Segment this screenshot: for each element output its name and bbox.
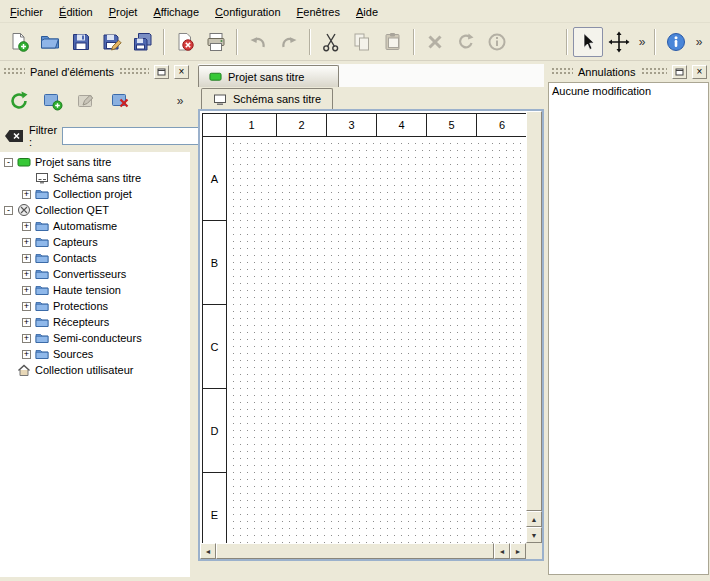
undo-dock-titlebar[interactable]: Annulations × (548, 62, 710, 81)
expander-icon[interactable]: - (4, 158, 13, 167)
select-tool-button[interactable] (573, 27, 603, 57)
tab-schema-sans-titre[interactable]: Schéma sans titre (201, 88, 333, 109)
menu-projet[interactable]: Projet (101, 2, 146, 21)
tree-item-schema[interactable]: Schéma sans titre (0, 170, 190, 186)
info-icon (486, 31, 508, 53)
new-file-button[interactable] (4, 27, 34, 57)
undo-dock: Annulations × Aucune modification (548, 62, 710, 581)
save-as-button[interactable] (97, 27, 127, 57)
scroll-right-button[interactable]: ► (510, 543, 526, 559)
print-button[interactable] (201, 27, 231, 57)
diagram-canvas[interactable] (227, 137, 526, 543)
reload-icon (8, 90, 30, 112)
tree-item-label: Automatisme (53, 220, 117, 232)
scroll-up-button[interactable]: ▲ (526, 511, 542, 527)
toolbar-overflow-chevron[interactable]: » (635, 35, 649, 49)
tree-item-recepteurs[interactable]: + Récepteurs (0, 314, 190, 330)
tree-item-label: Semi-conducteurs (53, 332, 142, 344)
cut-button[interactable] (316, 27, 346, 57)
tree-item-convertisseurs[interactable]: + Convertisseurs (0, 266, 190, 282)
close-file-button[interactable] (170, 27, 200, 57)
tab-label: Schéma sans titre (233, 93, 321, 105)
tree-item-collection-qet[interactable]: - Collection QET (0, 202, 190, 218)
elements-panel-titlebar[interactable]: Panel d'éléments × (0, 62, 192, 81)
clear-filter-button[interactable] (4, 128, 24, 144)
pan-tool-button[interactable] (604, 27, 634, 57)
float-dock-button[interactable] (672, 65, 687, 79)
copy-button (347, 27, 377, 57)
panel-overflow-chevron[interactable]: » (173, 94, 187, 108)
tree-item-collection-projet[interactable]: + Collection projet (0, 186, 190, 202)
tree-item-contacts[interactable]: + Contacts (0, 250, 190, 266)
scroll-down-button[interactable]: ▼ (526, 527, 542, 543)
tab-projet-sans-titre[interactable]: Projet sans titre (198, 65, 339, 87)
expander-icon[interactable]: + (22, 334, 31, 343)
dock-grip (551, 67, 573, 76)
column-header: 4 (377, 114, 427, 136)
tree-item-automatisme[interactable]: + Automatisme (0, 218, 190, 234)
column-headers: 1 2 3 4 5 6 (203, 114, 526, 137)
new-file-icon (8, 31, 30, 53)
folder-icon (35, 235, 49, 249)
print-icon (205, 31, 227, 53)
menu-fichier[interactable]: Fichier (2, 2, 51, 21)
filter-input[interactable] (62, 127, 212, 145)
reload-collections-button[interactable] (5, 87, 33, 115)
diagram-sheet: 1 2 3 4 5 6 A B C D E (202, 113, 526, 543)
tree-item-project[interactable]: - Projet sans titre (0, 154, 190, 170)
tree-item-capteurs[interactable]: + Capteurs (0, 234, 190, 250)
open-file-button[interactable] (35, 27, 65, 57)
delete-selection-button (420, 27, 450, 57)
column-header: 2 (277, 114, 327, 136)
horizontal-scrollbar-thumb[interactable] (216, 543, 494, 559)
tree-item-collection-utilisateur[interactable]: Collection utilisateur (0, 362, 190, 378)
new-element-button[interactable] (39, 87, 67, 115)
menu-edition[interactable]: Édition (51, 2, 101, 21)
sheet-corner (203, 114, 227, 136)
delete-element-button[interactable] (107, 87, 135, 115)
undo-dock-title: Annulations (578, 66, 636, 78)
scrollbar-corner (526, 543, 542, 559)
filter-label: Filtrer : (29, 124, 57, 148)
toolbar-overflow-chevron-2[interactable]: » (692, 35, 706, 49)
column-header: 3 (327, 114, 377, 136)
scroll-left-button[interactable]: ◄ (200, 543, 216, 559)
new-element-icon (42, 90, 64, 112)
dock-grip (119, 67, 149, 76)
expander-icon[interactable]: + (22, 238, 31, 247)
edit-element-button (73, 87, 101, 115)
expander-icon[interactable]: + (22, 286, 31, 295)
tree-item-semi-conducteurs[interactable]: + Semi-conducteurs (0, 330, 190, 346)
expander-icon[interactable]: - (4, 206, 13, 215)
save-all-icon (132, 31, 154, 53)
tree-item-protections[interactable]: + Protections (0, 298, 190, 314)
menu-aide[interactable]: Aide (348, 2, 386, 21)
expander-icon[interactable]: + (22, 350, 31, 359)
elements-tree: - Projet sans titre Schéma sans titre + … (0, 152, 190, 577)
float-dock-button[interactable] (154, 65, 169, 79)
scroll-left-button-2[interactable]: ◄ (494, 543, 510, 559)
tree-item-sources[interactable]: + Sources (0, 346, 190, 362)
close-dock-button[interactable]: × (174, 65, 189, 79)
expander-icon[interactable]: + (22, 254, 31, 263)
expander-icon[interactable]: + (22, 190, 31, 199)
tree-item-haute-tension[interactable]: + Haute tension (0, 282, 190, 298)
expander-icon[interactable]: + (22, 302, 31, 311)
cut-icon (320, 31, 342, 53)
save-all-button[interactable] (128, 27, 158, 57)
schema-subwindow: 1 2 3 4 5 6 A B C D E (198, 109, 544, 561)
menu-affichage[interactable]: Affichage (145, 2, 207, 21)
help-info-button[interactable] (661, 27, 691, 57)
tree-item-label: Projet sans titre (35, 156, 111, 168)
vertical-scrollbar-thumb[interactable] (526, 111, 542, 511)
menu-configuration[interactable]: Configuration (207, 2, 288, 21)
expander-icon[interactable]: + (22, 270, 31, 279)
save-button[interactable] (66, 27, 96, 57)
expander-icon[interactable]: + (22, 318, 31, 327)
expander-icon[interactable]: + (22, 222, 31, 231)
close-file-icon (174, 31, 196, 53)
tree-item-label: Protections (53, 300, 108, 312)
close-dock-button[interactable]: × (692, 65, 707, 79)
folder-icon (35, 347, 49, 361)
menu-fenetres[interactable]: Fenêtres (289, 2, 348, 21)
